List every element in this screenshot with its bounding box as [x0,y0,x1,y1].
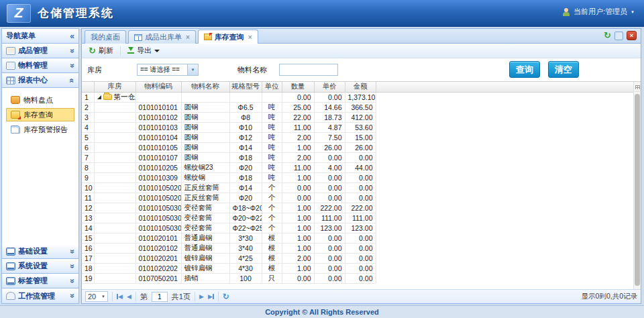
sidebar-group-system-settings[interactable]: 系统设置 « [2,259,78,274]
sidebar-item-stock-warning-report[interactable]: 库存预警报告 [6,123,74,136]
col-rownum[interactable] [82,82,94,92]
col-name[interactable]: 物料名称 [181,82,229,92]
table-row[interactable]: 60101010105圆钢Φ14吨1.0026.0026.00 [82,142,376,152]
cell-price: 18.73 [314,112,345,122]
table-row[interactable]: 14010101050303变径套筒Φ22~Φ25个1.00123.00123.… [82,223,376,233]
cell-amount: 53.60 [345,122,376,132]
export-dropdown-icon[interactable] [154,50,160,52]
cell-qty: 2.00 [282,253,314,263]
table-row[interactable]: 13010101050302变径套筒Φ20~Φ22个1.00111.00111.… [82,213,376,223]
cell-name: 圆钢 [181,122,229,132]
cell-qty: 2.00 [282,132,314,142]
last-page-button[interactable]: ▶ [208,292,214,301]
col-qty[interactable]: 数量 [282,82,314,92]
sidebar-group-material[interactable]: 物料管理 « [2,58,78,73]
table-row[interactable]: 20101010101圆钢Φ6.5吨25.0014.66366.50 [82,102,376,112]
close-tab-icon[interactable]: × [248,34,252,41]
cell-warehouse [94,243,136,253]
prev-page-button[interactable]: ◀ [127,292,131,301]
table-row[interactable]: 170101020201镀锌扁钢4*25根2.000.000.00 [82,253,376,263]
table-row[interactable]: 190107050201插销100只0.000.000.00 [82,273,376,283]
cell-qty: 1.00 [282,263,314,273]
sidebar-group-product[interactable]: 成品管理 « [2,44,78,58]
col-unit[interactable]: 单位 [262,82,282,92]
cell-spec: 4*25 [229,253,262,263]
vertical-scrollbar[interactable] [633,82,641,289]
table-row[interactable]: 12010101050301变径套筒Φ18~Φ20个1.00222.00222.… [82,203,376,213]
page-number-input[interactable] [152,292,168,302]
col-warehouse[interactable]: 库房 [94,82,136,92]
col-spec[interactable]: 规格型号 [229,82,262,92]
inventory-query-icon [11,111,20,119]
cell-name: 镀锌扁钢 [181,253,229,263]
sidebar-group-label-manage[interactable]: 标签管理 « [2,274,78,288]
sidebar-item-material-count[interactable]: 物料盘点 [6,93,74,107]
cell-price: 4.87 [314,122,345,132]
tab-bar: 我的桌面 成品出库单 × 库存查询 × ↻ × [81,28,641,44]
col-code[interactable]: 物料编码 [136,82,181,92]
material-name-input[interactable] [279,64,338,76]
cell-warehouse [94,203,136,213]
cell-warehouse [94,172,136,182]
report-center-icon [6,76,15,85]
cell-unit [262,92,282,102]
table-row[interactable]: 90101010309螺纹钢Φ18吨1.000.000.00 [82,172,376,182]
next-page-button[interactable]: ▶ [199,292,204,301]
sidebar-group-report-center[interactable]: 报表中心 « [2,73,78,88]
sidebar-collapse-icon[interactable]: « [70,33,74,40]
sidebar-item-inventory-query[interactable]: 库存查询 [6,108,74,121]
cell-num: 3 [82,112,94,122]
col-amount[interactable]: 金额 [345,82,376,92]
first-page-button[interactable]: ◀ [117,292,123,301]
chevron-down-icon: « [69,264,76,268]
refresh-button[interactable]: ↻ 刷新 [86,45,116,56]
table-row[interactable]: 30101010102圆钢Φ8吨22.0018.73412.00 [82,112,376,122]
cell-spec: Φ14 [229,182,262,193]
cell-price: 0.00 [314,273,345,283]
close-panel-icon[interactable]: × [627,31,637,40]
table-row[interactable]: 50101010104圆钢Φ12吨2.007.5015.00 [82,132,376,142]
inventory-query-tab-icon [204,34,212,40]
close-tab-icon[interactable]: × [186,34,190,41]
tabbar-refresh-icon[interactable]: ↻ [604,31,611,40]
table-row[interactable]: 40101010103圆钢Φ10吨11.004.8753.60 [82,122,376,132]
cell-code: 0107050201 [136,273,181,283]
cell-spec: Φ18 [229,152,262,162]
tab-my-desktop[interactable]: 我的桌面 [85,30,126,44]
cell-warehouse [94,233,136,243]
page-size-select[interactable]: 20 ▼ [85,291,108,302]
cell-unit: 个 [262,182,282,193]
cell-num: 12 [82,203,94,213]
tab-product-outbound[interactable]: 成品出库单 × [128,30,196,44]
clear-button[interactable]: 清空 [548,61,579,78]
user-dropdown-icon[interactable]: ▼ [631,10,635,14]
pagination-bar: 20 ▼ ◀ ◀ 第 共1页 ▶ ▶ ↻ 显示0到0,共0记录 [82,289,641,303]
scrollbar-thumb[interactable] [635,94,640,286]
sidebar-group-basic-settings[interactable]: 基础设置 « [2,244,78,259]
table-row[interactable]: 80101010205螺纹钢23Φ20吨11.004.0044.00 [82,162,376,172]
maximize-icon[interactable] [614,32,623,40]
warehouse-select[interactable]: == 请选择 == ▼ [137,64,199,76]
search-button[interactable]: 查询 [509,61,540,78]
cell-name: 变径套筒 [181,203,229,213]
tab-inventory-query[interactable]: 库存查询 × [198,30,258,44]
user-menu[interactable]: 当前用户:管理员 ▼ [562,7,635,17]
table-row[interactable]: 1第一仓库0.000.001,373.10 [82,92,376,102]
cell-warehouse [94,182,136,193]
cell-code: 0101010205 [136,162,181,172]
table-row[interactable]: 10010101050201正反丝套筒Φ14个0.000.000.00 [82,182,376,193]
table-row[interactable]: 180101020202镀锌扁钢4*30根1.000.000.00 [82,263,376,273]
tree-expander-icon[interactable] [97,95,101,99]
export-button[interactable]: 导出 [125,45,162,56]
table-row[interactable]: 11010101050204正反丝套筒Φ20个0.000.000.00 [82,193,376,203]
cell-spec: Φ14 [229,142,262,152]
column-config-icon[interactable] [635,83,640,92]
cell-qty: 0.00 [282,273,314,283]
select-dropdown-icon[interactable]: ▼ [187,64,198,75]
pager-refresh-icon[interactable]: ↻ [223,292,229,301]
sidebar-group-workflow[interactable]: 工作流管理 « [2,288,78,303]
table-row[interactable]: 160101020102普通扁钢3*40根1.000.000.00 [82,243,376,253]
table-row[interactable]: 70101010107圆钢Φ18吨2.000.000.00 [82,152,376,162]
table-row[interactable]: 150101020101普通扁钢3*30根1.000.000.00 [82,233,376,243]
col-price[interactable]: 单价 [314,82,345,92]
